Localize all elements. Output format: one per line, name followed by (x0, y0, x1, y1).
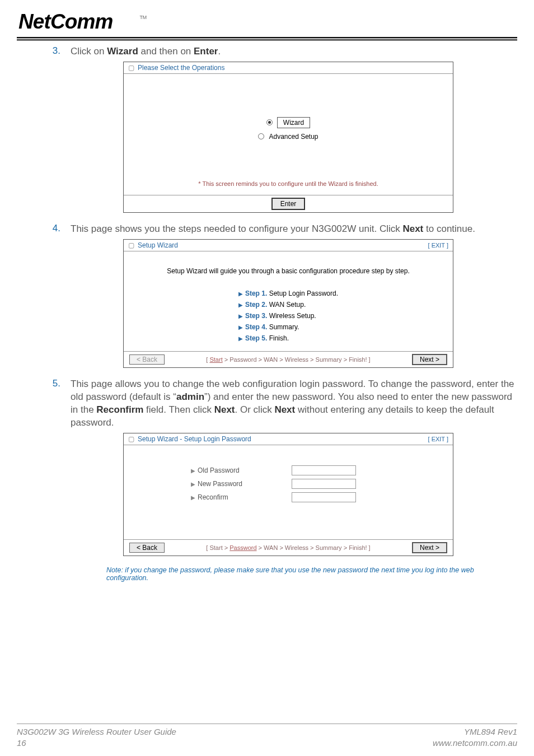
panel-title: ▢Setup Wizard - Setup Login Password [ E… (124, 433, 453, 445)
step-4: 4. This page shows you the steps needed … (50, 223, 517, 236)
reconfirm-row: ▶Reconfirm (191, 492, 447, 502)
breadcrumb: [ Start > Password > WAN > Wireless > Su… (206, 356, 370, 363)
step-text: Click on Wizard and then on Enter. (71, 45, 221, 58)
reconfirm-input[interactable] (292, 492, 356, 502)
panel-select-operations: ▢Please Select the Operations Wizard Adv… (123, 62, 453, 213)
new-password-input[interactable] (292, 479, 356, 489)
triangle-icon: ▶ (238, 335, 243, 342)
new-password-row: ▶New Password (191, 479, 447, 489)
triangle-icon: ▶ (191, 481, 195, 487)
triangle-icon: ▶ (238, 291, 243, 297)
svg-text:NetComm: NetComm (18, 10, 113, 33)
wizard-intro: Setup Wizard will guide you through a ba… (129, 267, 447, 275)
panel-title-text: Setup Wizard - Setup Login Password (138, 435, 251, 443)
exit-link[interactable]: [ EXIT ] (428, 242, 448, 249)
old-password-label: Old Password (198, 466, 240, 474)
header-rule-2 (17, 39, 517, 41)
enter-button[interactable]: Enter (271, 198, 306, 210)
wizard-step: ▶Step 1. Setup Login Password. (238, 290, 338, 297)
back-button[interactable]: < Back (129, 543, 165, 553)
wizard-step-list: ▶Step 1. Setup Login Password. ▶Step 2. … (238, 286, 338, 346)
advanced-label: Advanced Setup (269, 133, 318, 141)
footer-url: www.netcomm.com.au (433, 738, 517, 749)
exit-link[interactable]: [ EXIT ] (428, 436, 448, 442)
triangle-icon: ▶ (191, 468, 195, 474)
old-password-input[interactable] (292, 465, 356, 475)
back-button: < Back (129, 354, 165, 365)
panel-title: ▢Setup Wizard [ EXIT ] (124, 240, 453, 251)
panel-setup-wizard: ▢Setup Wizard [ EXIT ] Setup Wizard will… (123, 239, 453, 368)
square-icon: ▢ (128, 64, 134, 72)
wizard-step: ▶Step 5. Finish. (238, 334, 338, 342)
wizard-label-box: Wizard (277, 117, 310, 128)
wizard-step: ▶Step 3. Wireless Setup. (238, 312, 338, 320)
footer-guide-title: N3G002W 3G Wireless Router User Guide (17, 726, 176, 738)
step-3: 3. Click on Wizard and then on Enter. (50, 45, 517, 58)
triangle-icon: ▶ (238, 324, 243, 330)
footer-revision: YML894 Rev1 (433, 726, 517, 738)
wizard-nav-bar: < Back [ Start > Password > WAN > Wirele… (124, 539, 453, 556)
panel-footnote: * This screen reminds you to configure u… (128, 179, 448, 190)
panel-title-text: Setup Wizard (138, 241, 178, 249)
step-text: This page allows you to change the web c… (71, 378, 517, 430)
trademark-icon: TM (139, 15, 147, 20)
triangle-icon: ▶ (191, 494, 195, 501)
panel-title-text: Please Select the Operations (138, 64, 224, 72)
step-number: 5. (50, 378, 60, 430)
step-5: 5. This page allows you to change the we… (50, 378, 517, 430)
step-number: 3. (50, 45, 60, 58)
square-icon: ▢ (128, 241, 134, 249)
new-password-label: New Password (198, 480, 242, 488)
step-number: 4. (50, 223, 60, 236)
password-note: Note: if you change the password, please… (106, 566, 517, 582)
wizard-nav-bar: < Back [ Start > Password > WAN > Wirele… (124, 351, 453, 367)
wizard-step: ▶Step 4. Summary. (238, 323, 338, 331)
brand-logo: NetComm TM (17, 10, 517, 35)
header: NetComm TM (17, 10, 517, 41)
panel-login-password: ▢Setup Wizard - Setup Login Password [ E… (123, 433, 453, 556)
triangle-icon: ▶ (238, 302, 243, 308)
option-wizard[interactable]: Wizard (266, 117, 310, 128)
radio-unselected-icon[interactable] (258, 133, 264, 139)
next-button[interactable]: Next > (412, 542, 447, 553)
panel-title: ▢Please Select the Operations (124, 62, 453, 74)
reconfirm-label: Reconfirm (198, 493, 228, 501)
footer-page-number: 16 (17, 738, 176, 749)
triangle-icon: ▶ (238, 313, 243, 319)
step-text: This page shows you the steps needed to … (71, 223, 475, 236)
option-advanced[interactable]: Advanced Setup (258, 133, 318, 141)
header-rule-1 (17, 37, 517, 38)
square-icon: ▢ (128, 435, 134, 443)
wizard-step: ▶Step 2. WAN Setup. (238, 301, 338, 309)
radio-selected-icon[interactable] (266, 119, 273, 125)
old-password-row: ▶Old Password (191, 465, 447, 475)
page-footer: N3G002W 3G Wireless Router User Guide 16… (17, 724, 517, 748)
breadcrumb: [ Start > Password > WAN > Wireless > Su… (206, 544, 370, 551)
next-button[interactable]: Next > (412, 354, 447, 365)
panel-button-bar: Enter (124, 195, 453, 212)
